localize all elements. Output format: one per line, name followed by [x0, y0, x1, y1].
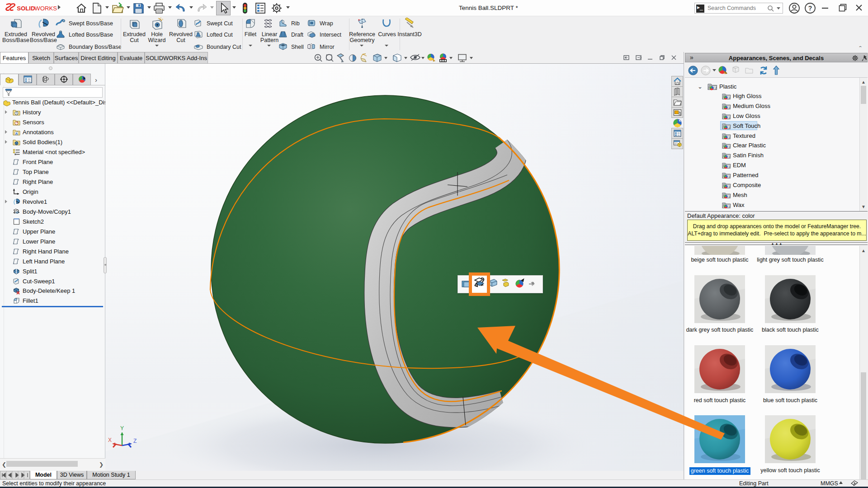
svg-text:Y: Y [120, 425, 124, 432]
svg-text:SOLID: SOLID [17, 5, 35, 12]
svg-text:Z: Z [133, 438, 137, 444]
svg-text:X: X [108, 437, 112, 443]
svg-text:?: ? [808, 5, 812, 12]
svg-text:A: A [15, 131, 18, 136]
svg-text:WORKS: WORKS [34, 5, 57, 12]
